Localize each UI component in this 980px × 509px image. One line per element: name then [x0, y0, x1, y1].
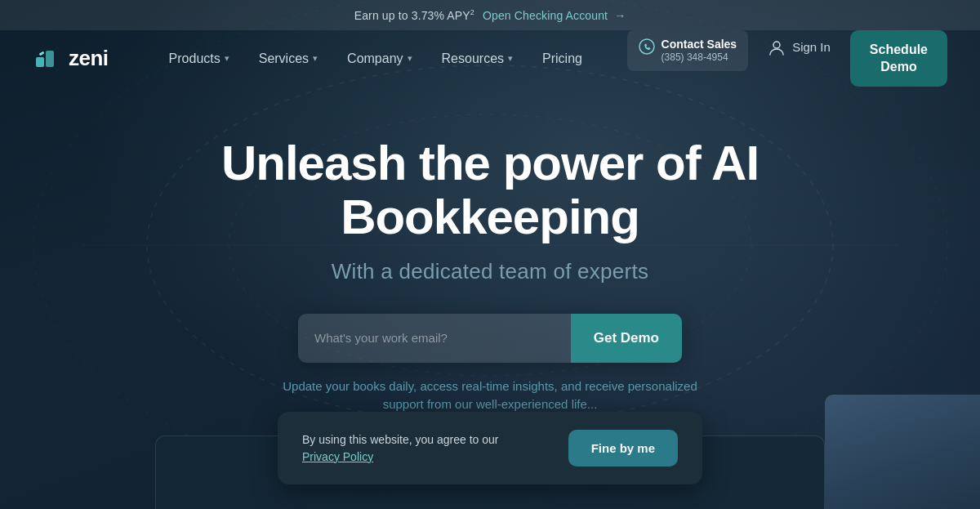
cookie-text: By using this website, you agree to our …	[302, 431, 498, 466]
products-chevron-icon: ▾	[225, 53, 229, 64]
announcement-bar: Earn up to 3.73% APY2 Open Checking Acco…	[0, 0, 980, 30]
nav-links: Products ▾ Services ▾ Company ▾ Resource…	[158, 45, 627, 73]
sign-in-button[interactable]: Sign In	[755, 30, 844, 65]
update-text: Update your books daily, access real-tim…	[270, 377, 710, 414]
contact-text: Contact Sales (385) 348-4954	[662, 37, 737, 65]
sign-in-label: Sign In	[792, 40, 831, 54]
logo-icon	[33, 44, 62, 74]
svg-rect-4	[36, 57, 44, 67]
resources-chevron-icon: ▾	[508, 53, 513, 64]
logo[interactable]: zeni	[33, 44, 109, 74]
nav-pricing[interactable]: Pricing	[531, 45, 594, 73]
privacy-policy-link[interactable]: Privacy Policy	[302, 450, 373, 463]
products-label: Products	[169, 51, 220, 66]
side-image	[825, 395, 980, 509]
pricing-label: Pricing	[542, 51, 582, 66]
svg-rect-5	[46, 51, 54, 67]
person-image	[825, 395, 980, 509]
company-chevron-icon: ▾	[408, 53, 412, 64]
navigation: zeni Products ▾ Services ▾ Company ▾ Res…	[0, 30, 980, 87]
svg-rect-6	[39, 51, 45, 56]
announcement-text: Earn up to 3.73% APY2	[354, 9, 478, 22]
fine-by-me-button[interactable]: Fine by me	[568, 430, 678, 467]
contact-label: Contact Sales	[662, 37, 737, 51]
resources-label: Resources	[442, 51, 504, 66]
nav-resources[interactable]: Resources ▾	[430, 45, 524, 73]
hero-title: Unleash the power of AI Bookkeeping	[122, 136, 858, 244]
hero-subtitle: With a dedicated team of experts	[332, 259, 648, 284]
nav-right: Contact Sales (385) 348-4954 Sign In Sch…	[627, 30, 947, 87]
services-label: Services	[259, 51, 309, 66]
cookie-banner: By using this website, you agree to our …	[278, 412, 702, 484]
nav-products[interactable]: Products ▾	[158, 45, 241, 73]
nav-services[interactable]: Services ▾	[247, 45, 329, 73]
contact-sales[interactable]: Contact Sales (385) 348-4954	[627, 30, 749, 71]
logo-text: zeni	[69, 46, 109, 71]
email-input[interactable]	[298, 314, 571, 363]
company-label: Company	[347, 51, 403, 66]
get-demo-button[interactable]: Get Demo	[571, 314, 682, 363]
svg-point-8	[773, 42, 780, 48]
arrow-icon: →	[614, 9, 626, 22]
announcement-cta[interactable]: Open Checking Account →	[483, 9, 626, 22]
services-chevron-icon: ▾	[313, 53, 318, 64]
contact-phone: (385) 348-4954	[662, 51, 737, 65]
nav-company[interactable]: Company ▾	[336, 45, 423, 73]
hero-section: Unleash the power of AI Bookkeeping With…	[0, 87, 980, 414]
phone-icon	[639, 38, 655, 55]
svg-point-7	[639, 39, 654, 54]
schedule-demo-button[interactable]: ScheduleDemo	[850, 30, 947, 87]
email-form: Get Demo	[298, 314, 682, 363]
user-icon	[768, 38, 786, 56]
